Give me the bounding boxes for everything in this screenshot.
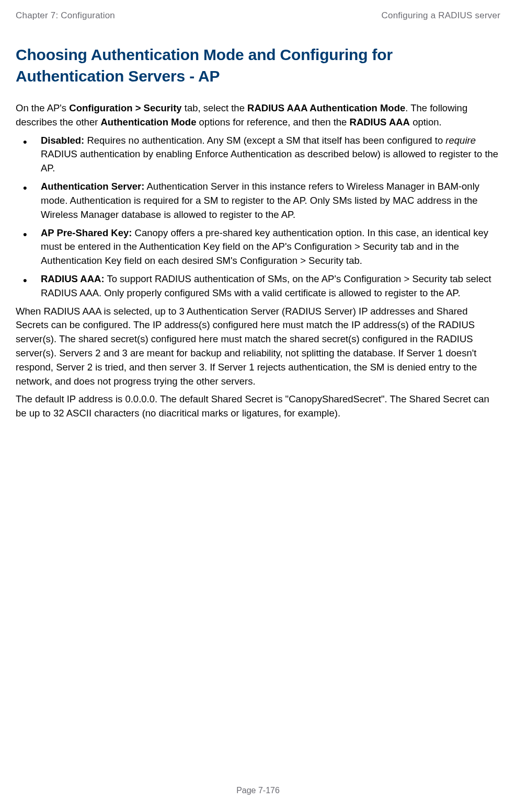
list-item: RADIUS AAA: To support RADIUS authentica… [16,272,500,300]
paragraph-radius-config: When RADIUS AAA is selected, up to 3 Aut… [16,305,500,389]
intro-text: tab, select the [182,102,247,113]
bullet-text: Requires no authentication. Any SM (exce… [84,135,445,146]
intro-bold-radius-aaa: RADIUS AAA [350,117,410,127]
list-item: Disabled: Requires no authentication. An… [16,134,500,176]
bullet-label-radius-aaa: RADIUS AAA: [41,273,105,284]
bullet-text: RADIUS authentication by enabling Enforc… [41,148,498,173]
bullet-list: Disabled: Requires no authentication. An… [16,134,500,300]
section-heading: Choosing Authentication Mode and Configu… [16,44,500,87]
intro-bold-config: Configuration > Security [69,102,181,113]
bullet-label-auth-server: Authentication Server: [41,181,144,192]
page-header: Chapter 7: Configuration Configuring a R… [16,10,500,21]
intro-paragraph: On the AP's Configuration > Security tab… [16,101,500,130]
intro-bold-auth-mode: Authentication Mode [100,117,196,127]
intro-text: options for reference, and then the [196,117,349,127]
list-item: AP Pre-Shared Key: Canopy offers a pre-s… [16,226,500,268]
bullet-italic-require: require [445,135,476,146]
intro-text: option. [410,117,442,127]
list-item: Authentication Server: Authentication Se… [16,180,500,222]
bullet-label-disabled: Disabled: [41,135,84,146]
header-left: Chapter 7: Configuration [16,10,115,21]
page-footer: Page 7-176 [0,786,516,795]
header-right: Configuring a RADIUS server [382,10,500,21]
bullet-label-psk: AP Pre-Shared Key: [41,227,132,238]
intro-text: On the AP's [16,102,69,113]
bullet-text: To support RADIUS authentication of SMs,… [41,273,491,298]
paragraph-defaults: The default IP address is 0.0.0.0. The d… [16,392,500,421]
intro-bold-radius-mode: RADIUS AAA Authentication Mode [247,102,405,113]
